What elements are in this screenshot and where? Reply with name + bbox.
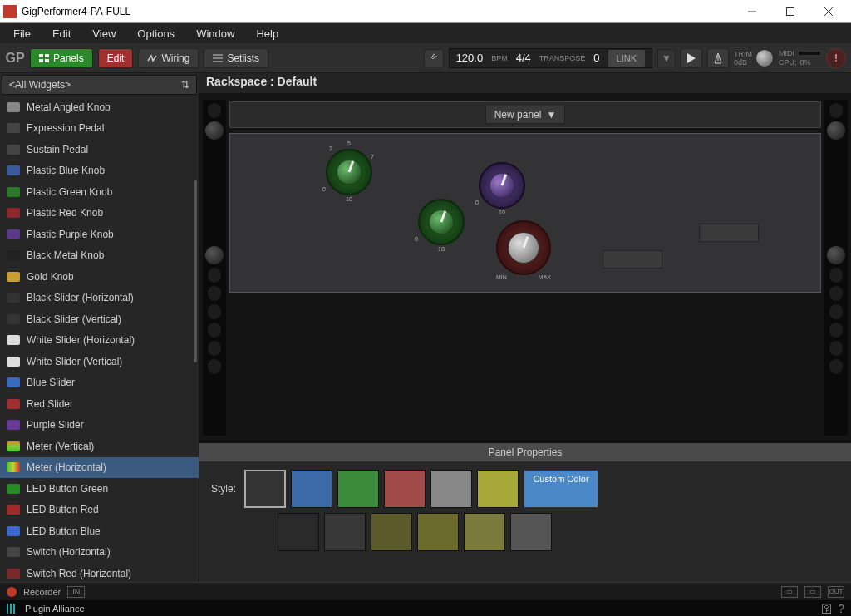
- widget-item-switch-horizontal-[interactable]: Switch (Horizontal): [0, 542, 199, 564]
- widget-item-purple-slider[interactable]: Purple Slider: [0, 415, 199, 436]
- setlists-button[interactable]: Setlists: [204, 48, 268, 68]
- green-knob-2[interactable]: 0 10: [418, 199, 465, 245]
- widget-item-sustain-pedal[interactable]: Sustain Pedal: [0, 139, 199, 160]
- layout-icon-1[interactable]: ▭: [781, 586, 798, 598]
- maximize-button[interactable]: [771, 0, 809, 23]
- led-widget-1[interactable]: [603, 250, 662, 269]
- texture-swatch[interactable]: [464, 513, 505, 551]
- color-swatch[interactable]: [430, 470, 472, 508]
- widget-item-meter-vertical-[interactable]: Meter (Vertical): [0, 436, 199, 457]
- texture-swatch[interactable]: [371, 513, 412, 551]
- transpose-value[interactable]: 0: [593, 52, 599, 64]
- color-swatch[interactable]: [291, 470, 332, 508]
- menu-item-view[interactable]: View: [82, 25, 125, 42]
- metal-knob[interactable]: MIN MAX: [496, 220, 551, 275]
- texture-swatch[interactable]: [324, 513, 366, 551]
- menu-item-help[interactable]: Help: [246, 25, 288, 42]
- record-indicator-icon[interactable]: [7, 587, 17, 597]
- trim-control[interactable]: TRIM 0dB: [734, 49, 774, 67]
- recorder-label[interactable]: Recorder: [23, 587, 61, 597]
- widget-item-label: Red Slider: [27, 398, 73, 410]
- widget-icon: [7, 462, 20, 472]
- panels-button[interactable]: Panels: [30, 48, 93, 68]
- key-icon[interactable]: ⚿: [821, 602, 833, 615]
- metronome-button[interactable]: [707, 48, 729, 68]
- trim-db-label: 0dB: [734, 58, 752, 67]
- transport-dropdown[interactable]: ▼: [657, 49, 676, 67]
- trim-knob-icon[interactable]: [755, 49, 774, 67]
- widget-item-black-slider-horizontal-[interactable]: Black Slider (Horizontal): [0, 288, 199, 309]
- texture-swatch[interactable]: [278, 513, 319, 551]
- menu-item-options[interactable]: Options: [127, 25, 184, 42]
- wiring-button[interactable]: Wiring: [138, 48, 199, 68]
- widget-item-plastic-purple-knob[interactable]: Plastic Purple Knob: [0, 224, 199, 245]
- widget-icon: [7, 569, 20, 579]
- widget-item-expression-pedal[interactable]: Expression Pedal: [0, 118, 199, 140]
- texture-swatch[interactable]: [417, 513, 459, 551]
- widget-item-white-slider-vertical-[interactable]: White Slider (Vertical): [0, 351, 199, 372]
- widget-item-white-slider-horizontal-[interactable]: White Slider (Horizontal): [0, 330, 199, 352]
- widget-category-select[interactable]: <All Widgets> ⇅: [2, 75, 197, 95]
- widget-item-label: Black Slider (Vertical): [27, 313, 121, 325]
- widget-item-label: Expression Pedal: [27, 122, 104, 134]
- widget-icon: [7, 377, 20, 387]
- widget-item-plastic-blue-knob[interactable]: Plastic Blue Knob: [0, 160, 199, 182]
- scrollbar[interactable]: [194, 180, 197, 362]
- widget-item-led-button-blue[interactable]: LED Button Blue: [0, 520, 199, 542]
- purple-knob[interactable]: 0 10: [479, 162, 525, 209]
- color-swatch[interactable]: [244, 470, 286, 508]
- in-badge[interactable]: IN: [67, 586, 85, 598]
- widget-item-meter-horizontal-[interactable]: Meter (Horizontal): [0, 457, 199, 479]
- panic-button[interactable]: !: [826, 48, 846, 68]
- layout-icon-2[interactable]: ▭: [804, 586, 821, 598]
- rack-panel-header: New panel ▼: [229, 101, 821, 128]
- out-badge[interactable]: OUT: [828, 586, 844, 598]
- widget-icon: [7, 484, 20, 494]
- color-swatch[interactable]: [337, 470, 379, 508]
- widget-item-label: Plastic Red Knob: [27, 207, 103, 219]
- link-button[interactable]: LINK: [608, 50, 645, 67]
- widget-item-label: White Slider (Horizontal): [27, 334, 135, 346]
- widget-list[interactable]: Metal Angled KnobExpression PedalSustain…: [0, 96, 199, 582]
- custom-color-button[interactable]: Custom Color: [524, 470, 598, 508]
- edit-button[interactable]: Edit: [98, 48, 134, 68]
- rack-panel-body[interactable]: 0 10 7 3 5 0 10: [229, 133, 821, 293]
- widget-item-led-button-green[interactable]: LED Button Green: [0, 478, 199, 500]
- svg-rect-6: [39, 59, 43, 62]
- minimize-button[interactable]: [733, 0, 771, 23]
- widget-item-blue-slider[interactable]: Blue Slider: [0, 372, 199, 394]
- widget-icon: [7, 420, 20, 430]
- menu-item-window[interactable]: Window: [186, 25, 244, 42]
- play-button[interactable]: [681, 48, 702, 68]
- cpu-label: CPU:: [779, 58, 797, 67]
- widget-item-plastic-green-knob[interactable]: Plastic Green Knob: [0, 181, 199, 203]
- cpu-value: 0%: [800, 58, 811, 67]
- widget-item-led-button-red[interactable]: LED Button Red: [0, 500, 199, 521]
- widget-item-plastic-red-knob[interactable]: Plastic Red Knob: [0, 203, 199, 224]
- transport-display[interactable]: 120.0 BPM 4/4 TRANSPOSE 0 LINK: [449, 48, 652, 68]
- chevron-down-icon: ▼: [546, 109, 556, 121]
- widget-item-metal-angled-knob[interactable]: Metal Angled Knob: [0, 96, 199, 118]
- knob-min-label: MIN: [496, 274, 507, 280]
- color-swatch[interactable]: [384, 470, 426, 508]
- close-button[interactable]: [809, 0, 848, 23]
- color-swatch[interactable]: [477, 470, 519, 508]
- setlists-label: Setlists: [227, 52, 259, 64]
- widget-item-black-metal-knob[interactable]: Black Metal Knob: [0, 245, 199, 267]
- help-icon[interactable]: ?: [838, 602, 844, 615]
- widget-item-switch-red-horizontal-[interactable]: Switch Red (Horizontal): [0, 563, 199, 582]
- menu-item-edit[interactable]: Edit: [42, 25, 81, 42]
- green-knob-1[interactable]: 0 10 7 3 5: [326, 149, 372, 195]
- bpm-value[interactable]: 120.0: [456, 52, 484, 64]
- led-widget-2[interactable]: [699, 224, 759, 242]
- time-signature[interactable]: 4/4: [516, 52, 531, 64]
- settings-wrench-button[interactable]: [424, 49, 444, 67]
- new-panel-button[interactable]: New panel ▼: [485, 106, 566, 124]
- widget-item-gold-knob[interactable]: Gold Knob: [0, 266, 199, 288]
- app-icon: [3, 5, 17, 18]
- widget-item-black-slider-vertical-[interactable]: Black Slider (Vertical): [0, 308, 199, 330]
- texture-swatch[interactable]: [510, 513, 552, 551]
- rack-area[interactable]: New panel ▼ 0 10 7 3 5: [199, 93, 851, 442]
- widget-item-red-slider[interactable]: Red Slider: [0, 393, 199, 415]
- menu-item-file[interactable]: File: [3, 25, 41, 42]
